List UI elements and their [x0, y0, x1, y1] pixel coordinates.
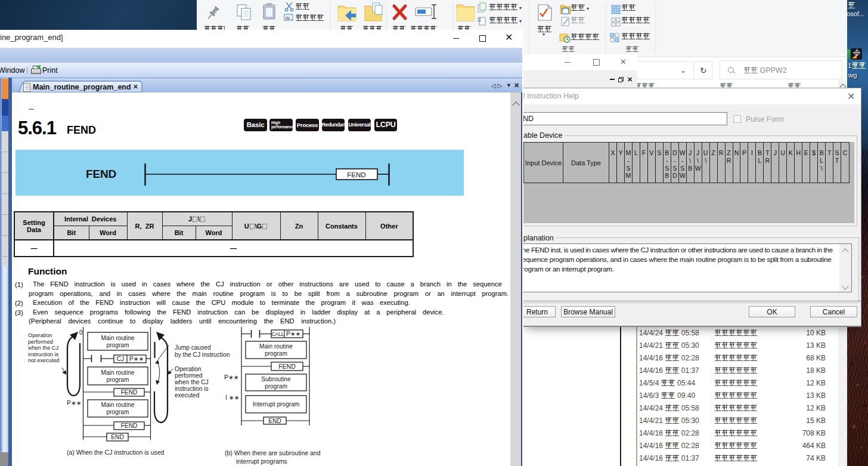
svg-text:executed: executed [175, 392, 200, 399]
svg-text:FEND: FEND [278, 363, 296, 370]
svg-text:(b) When there are subroutine: (b) When there are subroutine and [225, 449, 321, 456]
svg-text:I ∗∗: I ∗∗ [225, 394, 239, 401]
svg-text:Operation: Operation [175, 366, 202, 372]
svg-text:program: program [107, 376, 129, 383]
svg-text:Main routine: Main routine [101, 402, 134, 408]
svg-text:instruction is: instruction is [175, 385, 209, 392]
svg-text:Subroutine: Subroutine [261, 376, 291, 382]
svg-text:0: 0 [79, 329, 83, 336]
svg-text:P∗∗: P∗∗ [67, 399, 82, 406]
svg-text:program: program [107, 409, 129, 415]
svg-text:program: program [107, 342, 129, 348]
svg-text:P∗∗: P∗∗ [224, 374, 239, 381]
svg-text:Main routine: Main routine [101, 335, 134, 341]
svg-text:Operation: Operation [28, 332, 52, 338]
svg-text:CALL: CALL [272, 331, 284, 337]
svg-text:FEND: FEND [121, 389, 138, 396]
svg-text:not executed: not executed [28, 357, 60, 363]
svg-text:when the CJ: when the CJ [27, 345, 58, 351]
svg-text:Main routine: Main routine [101, 369, 134, 376]
svg-text:program: program [265, 350, 287, 357]
svg-text:FEND: FEND [121, 422, 138, 429]
svg-text:P∗∗: P∗∗ [129, 356, 144, 362]
svg-text:P∗∗: P∗∗ [286, 331, 300, 337]
svg-text:performed: performed [175, 372, 203, 379]
svg-text:instruction is: instruction is [28, 351, 58, 357]
svg-text:(a) When the CJ instruction is: (a) When the CJ instruction is used [67, 449, 165, 456]
svg-text:program: program [265, 383, 287, 390]
svg-text:interrupt programs: interrupt programs [236, 458, 287, 465]
svg-text:END: END [268, 418, 281, 424]
svg-text:Jump caused: Jump caused [175, 344, 211, 351]
svg-text:Main routine: Main routine [259, 343, 293, 350]
svg-text:Interrupt program: Interrupt program [253, 401, 300, 408]
svg-text:by the CJ instruction: by the CJ instruction [175, 351, 230, 358]
svg-text:END: END [111, 434, 124, 440]
svg-text:when the CJ: when the CJ [174, 379, 209, 385]
svg-text:CJ: CJ [117, 356, 124, 362]
svg-text:performed: performed [28, 339, 53, 345]
svg-text:W...: W... [286, 16, 293, 20]
